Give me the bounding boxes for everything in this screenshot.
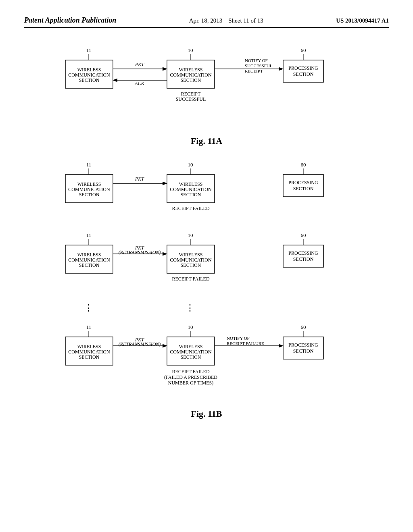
svg-text:60: 60: [301, 324, 306, 330]
proc-right-text2-11a: SECTION: [293, 71, 314, 77]
svg-text:11: 11: [86, 232, 92, 238]
wcs-mid-text1-11a: WIRELESS: [179, 67, 203, 73]
page-header: Patent Application Publication Apr. 18, …: [24, 16, 389, 28]
wcs-left-text3-11a: SECTION: [79, 77, 100, 83]
pkt-label-11a: PKT: [135, 62, 144, 67]
node60-label-11a: 60: [301, 47, 306, 53]
fig-11b-section: 11 10 60 WIRELESS COMMUNICATION SECTION …: [24, 158, 389, 426]
proc-right-text1-11a: PROCESSING: [288, 65, 318, 71]
svg-text:11: 11: [86, 324, 92, 330]
svg-text:COMMUNICATION: COMMUNICATION: [68, 187, 110, 192]
svg-text:WIRELESS: WIRELESS: [77, 181, 101, 187]
node60-11b-r1: 60: [301, 162, 306, 168]
receipt-successful-11a: RECEIPT: [181, 91, 201, 97]
svg-text:10: 10: [188, 324, 193, 330]
svg-text:SECTION: SECTION: [181, 262, 201, 268]
svg-text:10: 10: [188, 232, 193, 238]
svg-text:SECTION: SECTION: [181, 192, 201, 197]
node10-11b-r1: 10: [188, 162, 193, 168]
fig-11b-label: Fig. 11B: [24, 409, 389, 419]
patent-number: US 2013/0094417 A1: [336, 17, 389, 24]
ack-label-11a: ACK: [134, 81, 144, 86]
svg-text:(RETRANSMISSION): (RETRANSMISSION): [119, 341, 161, 347]
svg-text:COMMUNICATION: COMMUNICATION: [68, 349, 110, 355]
svg-text:SECTION: SECTION: [293, 256, 314, 262]
svg-text:NUMBER OF TIMES): NUMBER OF TIMES): [168, 380, 213, 386]
svg-text:SECTION: SECTION: [79, 192, 100, 197]
svg-text:COMMUNICATION: COMMUNICATION: [170, 257, 212, 263]
svg-text:WIRELESS: WIRELESS: [77, 252, 101, 258]
svg-text:(FAILED A PRESCRIBED: (FAILED A PRESCRIBED: [164, 374, 217, 380]
svg-text:NOTIFY OF: NOTIFY OF: [227, 336, 250, 341]
page: Patent Application Publication Apr. 18, …: [0, 0, 413, 532]
wcs-left-text2-11a: COMMUNICATION: [68, 72, 110, 78]
node11-label-11a: 11: [86, 47, 92, 53]
svg-text:SECTION: SECTION: [293, 348, 314, 354]
svg-text:COMMUNICATION: COMMUNICATION: [170, 187, 212, 192]
publication-date: Apr. 18, 2013 Sheet 11 of 13: [189, 17, 263, 24]
fig-11a-label: Fig. 11A: [24, 136, 389, 146]
svg-text:PROCESSING: PROCESSING: [288, 180, 318, 185]
notify-successful-11a-2: SUCCESSFUL: [245, 63, 273, 68]
svg-text:PROCESSING: PROCESSING: [288, 250, 318, 256]
fig-11b-row1: 11 10 60 WIRELESS COMMUNICATION SECTION …: [41, 158, 372, 228]
fig-11b-row3: NOTIFY OF RECEIPT FAILURE 11 10 60 WIREL…: [41, 319, 372, 405]
svg-text:COMMUNICATION: COMMUNICATION: [68, 257, 110, 263]
node11-11b-r1: 11: [86, 162, 92, 168]
svg-text:WIRELESS: WIRELESS: [77, 344, 101, 349]
svg-text:SECTION: SECTION: [181, 354, 201, 360]
publication-title: Patent Application Publication: [24, 16, 116, 25]
node10-label-11a: 10: [188, 47, 193, 53]
svg-text:SECTION: SECTION: [79, 262, 100, 268]
svg-text:RECEIPT FAILURE: RECEIPT FAILURE: [227, 341, 264, 346]
svg-text:RECEIPT FAILED: RECEIPT FAILED: [172, 206, 210, 211]
fig-11a-diagram: 11 10 60 NOTIFY OF SUCCESSFUL RECEIPT WI…: [41, 40, 372, 133]
wcs-mid-text3-11a: SECTION: [181, 77, 201, 83]
svg-text:RECEIPT FAILED: RECEIPT FAILED: [172, 369, 210, 374]
svg-text:RECEIPT FAILED: RECEIPT FAILED: [172, 276, 210, 282]
svg-text:WIRELESS: WIRELESS: [179, 344, 203, 349]
fig-11b-row2: 11 10 60 WIRELESS COMMUNICATION SECTION …: [41, 228, 372, 299]
notify-successful-11a-3: RECEIPT: [245, 69, 263, 73]
svg-text:WIRELESS: WIRELESS: [179, 181, 203, 187]
diagrams-container: 11 10 60 NOTIFY OF SUCCESSFUL RECEIPT WI…: [24, 40, 389, 430]
svg-text:SECTION: SECTION: [79, 354, 100, 360]
svg-text:⋮: ⋮: [84, 303, 94, 313]
fig-11b-ellipsis: ⋮ ⋮: [41, 299, 372, 319]
svg-text:COMMUNICATION: COMMUNICATION: [170, 349, 212, 355]
wcs-left-text1-11a: WIRELESS: [77, 67, 101, 73]
wcs-mid-text2-11a: COMMUNICATION: [170, 72, 212, 78]
svg-text:PROCESSING: PROCESSING: [288, 342, 318, 348]
svg-text:60: 60: [301, 232, 306, 238]
svg-text:WIRELESS: WIRELESS: [179, 252, 203, 258]
receipt-successful-11a-2: SUCCESSFUL: [176, 96, 206, 102]
svg-text:(RETRANSMISSION): (RETRANSMISSION): [119, 249, 161, 255]
svg-text:SECTION: SECTION: [293, 186, 314, 191]
svg-text:⋮: ⋮: [186, 303, 195, 313]
notify-successful-11a: NOTIFY OF: [245, 58, 268, 63]
fig-11a-section: 11 10 60 NOTIFY OF SUCCESSFUL RECEIPT WI…: [24, 40, 389, 154]
svg-text:PKT: PKT: [135, 176, 144, 182]
